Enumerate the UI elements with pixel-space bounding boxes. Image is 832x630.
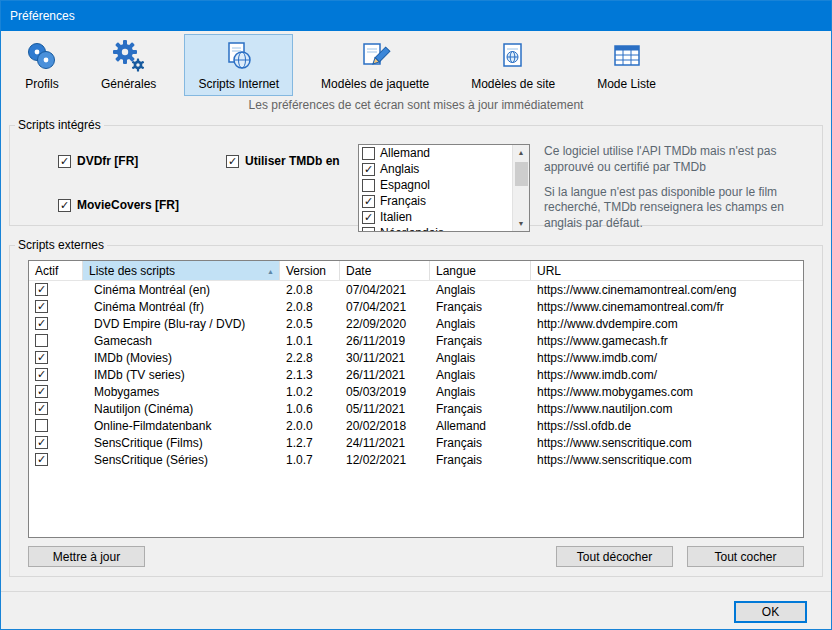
- uncheck-all-button[interactable]: Tout décocher: [556, 546, 673, 567]
- table-row[interactable]: Gamecash1.0.126/11/2019Françaishttps://w…: [29, 332, 803, 349]
- language-item[interactable]: ✓Français: [359, 193, 512, 209]
- tmdb-checkbox[interactable]: ✓: [226, 155, 239, 168]
- table-buttons-row: Mettre à jour Tout décocher Tout cocher: [28, 546, 804, 567]
- moviecovers-checkbox-row[interactable]: ✓ MovieCovers [FR]: [58, 198, 179, 212]
- language-checkbox[interactable]: ✓: [362, 195, 375, 208]
- table-row[interactable]: Online-Filmdatenbank2.0.020/02/2018Allem…: [29, 417, 803, 434]
- script-version: 2.0.8: [280, 283, 340, 297]
- table-row[interactable]: ✓IMDb (Movies)2.2.830/11/2021Anglaishttp…: [29, 349, 803, 366]
- scroll-down-icon[interactable]: ▼: [513, 216, 530, 231]
- table-row[interactable]: ✓Cinéma Montréal (en)2.0.807/04/2021Angl…: [29, 281, 803, 298]
- script-active-cell: [29, 334, 83, 347]
- script-url: https://www.imdb.com/: [531, 351, 803, 365]
- script-active-cell: ✓: [29, 385, 83, 398]
- script-active-cell: ✓: [29, 453, 83, 466]
- script-url: https://www.cinemamontreal.com/eng: [531, 283, 803, 297]
- script-date: 05/11/2021: [340, 402, 430, 416]
- language-item[interactable]: ✓Italien: [359, 209, 512, 225]
- language-item[interactable]: Allemand: [359, 145, 512, 161]
- language-listbox[interactable]: Allemand✓AnglaisEspagnol✓Français✓Italie…: [358, 144, 530, 232]
- script-active-checkbox[interactable]: ✓: [35, 436, 48, 449]
- column-header-version[interactable]: Version: [280, 261, 340, 280]
- language-checkbox[interactable]: ✓: [362, 211, 375, 224]
- integrated-scripts-title: Scripts intégrés: [15, 118, 104, 132]
- internet-script-icon: [222, 40, 256, 74]
- moviecovers-checkbox[interactable]: ✓: [58, 199, 71, 212]
- language-item[interactable]: Néerlandais: [359, 225, 512, 232]
- column-header-actif[interactable]: Actif: [29, 261, 83, 280]
- table-row[interactable]: ✓SensCritique (Films)1.2.724/11/2021Fran…: [29, 434, 803, 451]
- script-date: 20/02/2018: [340, 419, 430, 433]
- script-active-cell: ✓: [29, 351, 83, 364]
- script-date: 07/04/2021: [340, 300, 430, 314]
- column-header-langue[interactable]: Langue: [430, 261, 531, 280]
- table-row[interactable]: ✓IMDb (TV series)2.1.326/11/2021Anglaish…: [29, 366, 803, 383]
- dvdfr-checkbox-row[interactable]: ✓ DVDfr [FR]: [58, 154, 138, 168]
- update-button[interactable]: Mettre à jour: [28, 546, 145, 567]
- script-name: IMDb (Movies): [83, 351, 280, 365]
- language-checkbox[interactable]: [362, 147, 375, 160]
- script-name: SensCritique (Séries): [83, 453, 280, 467]
- script-active-checkbox[interactable]: [35, 334, 48, 347]
- tmdb-checkbox-row[interactable]: ✓ Utiliser TMDb en: [226, 154, 340, 168]
- list-mode-icon: [610, 40, 644, 74]
- table-row[interactable]: ✓Cinéma Montréal (fr)2.0.807/04/2021Fran…: [29, 298, 803, 315]
- script-active-checkbox[interactable]: ✓: [35, 385, 48, 398]
- script-version: 2.0.0: [280, 419, 340, 433]
- check-all-button[interactable]: Tout cocher: [687, 546, 804, 567]
- script-active-checkbox[interactable]: ✓: [35, 300, 48, 313]
- scrollbar-thumb[interactable]: [515, 162, 528, 186]
- toolbar-item-label: Profils: [25, 77, 58, 91]
- scroll-up-icon[interactable]: ▲: [513, 145, 530, 160]
- script-active-checkbox[interactable]: ✓: [35, 351, 48, 364]
- gears-icon: [112, 40, 146, 74]
- toolbar-item-profils[interactable]: Profils: [11, 34, 73, 96]
- script-active-checkbox[interactable]: ✓: [35, 283, 48, 296]
- language-checkbox[interactable]: [362, 227, 375, 233]
- integrated-scripts-group: Scripts intégrés ✓ DVDfr [FR] ✓ MovieCov…: [9, 118, 823, 226]
- table-row[interactable]: ✓SensCritique (Séries)1.0.712/02/2021Fra…: [29, 451, 803, 468]
- titlebar[interactable]: Préférences: [1, 1, 831, 31]
- script-version: 2.1.3: [280, 368, 340, 382]
- language-label: Néerlandais: [380, 226, 444, 232]
- language-label: Italien: [380, 210, 412, 224]
- script-language: Français: [430, 453, 531, 467]
- table-row[interactable]: ✓Nautiljon (Cinéma)1.0.605/11/2021França…: [29, 400, 803, 417]
- toolbar-item-generales[interactable]: Générales: [87, 34, 170, 96]
- script-name: IMDb (TV series): [83, 368, 280, 382]
- column-header-liste-label: Liste des scripts: [89, 264, 175, 278]
- column-header-url[interactable]: URL: [531, 261, 803, 280]
- column-header-date[interactable]: Date: [340, 261, 430, 280]
- script-url: https://www.senscritique.com: [531, 453, 803, 467]
- script-active-checkbox[interactable]: ✓: [35, 368, 48, 381]
- tmdb-label: Utiliser TMDb en: [245, 154, 340, 168]
- script-date: 05/03/2019: [340, 385, 430, 399]
- table-row[interactable]: ✓DVD Empire (Blu-ray / DVD)2.0.522/09/20…: [29, 315, 803, 332]
- listbox-scrollbar[interactable]: ▲ ▼: [512, 145, 529, 231]
- script-active-checkbox[interactable]: [35, 419, 48, 432]
- footer: OK: [1, 591, 831, 623]
- column-header-liste[interactable]: Liste des scripts ▲: [83, 261, 280, 280]
- script-language: Allemand: [430, 419, 531, 433]
- language-item[interactable]: Espagnol: [359, 177, 512, 193]
- script-active-checkbox[interactable]: ✓: [35, 317, 48, 330]
- language-item[interactable]: ✓Anglais: [359, 161, 512, 177]
- toolbar-item-modeles-jaquette[interactable]: Modèles de jaquette: [307, 34, 443, 96]
- script-active-checkbox[interactable]: ✓: [35, 453, 48, 466]
- script-date: 22/09/2020: [340, 317, 430, 331]
- ok-button[interactable]: OK: [734, 601, 807, 623]
- script-date: 12/02/2021: [340, 453, 430, 467]
- dvdfr-checkbox[interactable]: ✓: [58, 155, 71, 168]
- table-row[interactable]: ✓Mobygames1.0.205/03/2019Anglaishttps://…: [29, 383, 803, 400]
- script-language: Français: [430, 436, 531, 450]
- script-language: Anglais: [430, 385, 531, 399]
- script-active-checkbox[interactable]: ✓: [35, 402, 48, 415]
- script-active-cell: ✓: [29, 317, 83, 330]
- toolbar-item-modeles-site[interactable]: Modèles de site: [457, 34, 569, 96]
- language-checkbox[interactable]: ✓: [362, 163, 375, 176]
- language-checkbox[interactable]: [362, 179, 375, 192]
- toolbar-item-scripts-internet[interactable]: Scripts Internet: [184, 34, 293, 96]
- script-version: 2.2.8: [280, 351, 340, 365]
- toolbar-item-mode-liste[interactable]: Mode Liste: [583, 34, 670, 96]
- external-scripts-group: Scripts externes Actif Liste des scripts…: [9, 238, 823, 577]
